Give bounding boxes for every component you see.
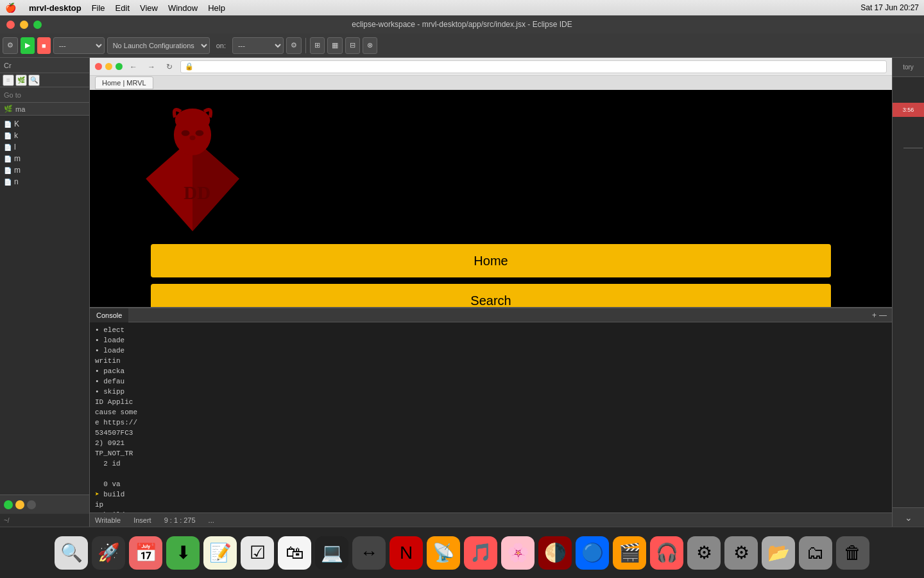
dock-icon-notes[interactable]: 📝 <box>203 536 237 570</box>
toolbar-btn2[interactable]: ▦ <box>327 37 343 54</box>
browser-nav-bar: ← → ↻ 🔒 <box>90 58 892 76</box>
sidebar-search-btn[interactable]: 🔍 <box>28 74 40 86</box>
svg-point-5 <box>182 130 190 136</box>
sidebar-git-btn[interactable]: 🌿 <box>15 74 27 86</box>
console-line <box>95 469 887 479</box>
help-menu-label[interactable]: Help <box>208 3 225 13</box>
history-expand-btn[interactable]: ⌄ <box>905 512 912 523</box>
dock-icon-torrent[interactable]: ⬇ <box>166 536 200 570</box>
close-window-button[interactable] <box>6 21 15 29</box>
edit-menu-label[interactable]: Edit <box>116 3 130 13</box>
toolbar-stop-button[interactable]: ■ <box>37 37 51 54</box>
eclipse-console-panel: Console + — elect loade loade writin pac… <box>90 307 892 512</box>
console-line: build <box>95 489 887 500</box>
list-item[interactable]: 📄 k <box>0 130 89 141</box>
dock-icon-pixelmator[interactable]: 🌸 <box>501 536 535 570</box>
file-icon-m2: 📄 <box>4 167 12 174</box>
dock-icon-bluetooth[interactable]: 🔵 <box>576 536 609 570</box>
sidebar-dot-yellow[interactable] <box>15 500 24 509</box>
dock-icon-vlc[interactable]: 🎬 <box>613 536 646 570</box>
toolbar-layout-button[interactable]: ⊞ <box>310 37 325 54</box>
list-item[interactable]: 📄 K <box>0 118 89 130</box>
file-icon-k: 📄 <box>4 121 12 128</box>
sidebar-dot-gray[interactable] <box>27 500 36 509</box>
divider-line <box>903 148 923 148</box>
console-line: ID Applic <box>95 397 887 407</box>
dock-icon-terminal[interactable]: 💻 <box>315 536 348 570</box>
console-line: loade <box>95 346 887 356</box>
dock-icon-trash[interactable]: 🗑 <box>836 536 869 570</box>
view-menu-label[interactable]: View <box>140 3 158 13</box>
git-branch-icon: 🌿 <box>4 105 13 113</box>
console-line: cause some <box>95 407 887 417</box>
toolbar-settings-button[interactable]: ⚙ <box>3 37 18 54</box>
sidebar-bottom <box>0 495 89 514</box>
status-position: 9 : 1 : 275 <box>164 516 196 524</box>
toolbar-btn4[interactable]: ⊗ <box>363 37 377 54</box>
list-item[interactable]: 📄 n <box>0 176 89 188</box>
launch-config-select[interactable]: No Launch Configurations <box>107 37 210 54</box>
browser-max-btn[interactable] <box>116 63 123 70</box>
dock-icon-launchpad[interactable]: 🚀 <box>92 536 125 570</box>
dock-icon-eclipse[interactable]: 🌗 <box>538 536 572 570</box>
macos-menubar: 🍎 mrvl-desktop eclipse-workspace - mrvl-… <box>0 0 924 15</box>
file-label-4: m <box>14 154 21 163</box>
dock-icon-calendar[interactable]: 📅 <box>129 536 162 570</box>
dock-icon-lastfm[interactable]: 🎵 <box>464 536 497 570</box>
console-tab[interactable]: Console <box>90 308 128 322</box>
browser-min-btn[interactable] <box>105 63 112 70</box>
dock-icon-finder[interactable]: 🔍 <box>55 536 88 570</box>
browser-forward-btn[interactable]: → <box>144 60 158 74</box>
browser-close-btn[interactable] <box>95 63 102 70</box>
console-line: ip <box>95 500 887 510</box>
dock-icon-rss[interactable]: 📡 <box>427 536 460 570</box>
sidebar-collapse-btn[interactable]: ≡ <box>3 74 14 86</box>
toolbar-btn3[interactable]: ⊟ <box>345 37 360 54</box>
dock-icon-reminders[interactable]: ☑ <box>241 536 274 570</box>
svg-point-6 <box>196 130 204 136</box>
dock-icon-music[interactable]: 🎧 <box>650 536 683 570</box>
maximize-window-button[interactable] <box>33 21 42 29</box>
toolbar-prefs-button[interactable]: ⚙ <box>286 37 302 54</box>
home-nav-label: Home <box>474 254 508 268</box>
toolbar-run-button[interactable]: ▶ <box>21 37 35 54</box>
run-config-select[interactable]: --- <box>53 37 105 54</box>
file-menu-label[interactable]: File <box>92 3 105 13</box>
sidebar-search[interactable]: Go to <box>0 87 89 103</box>
browser-lock-icon: 🔒 <box>185 62 194 71</box>
on-label: on: <box>212 37 230 54</box>
console-clear-btn[interactable]: + <box>872 311 877 320</box>
dock-icon-settings1[interactable]: ⚙ <box>687 536 721 570</box>
list-item[interactable]: 📄 m <box>0 164 89 176</box>
window-menu-label[interactable]: Window <box>168 3 198 13</box>
apple-menu[interactable]: 🍎 <box>5 3 16 13</box>
file-icon-m1: 📄 <box>4 155 12 162</box>
minimize-window-button[interactable] <box>20 21 28 29</box>
dock-icon-files[interactable]: 📂 <box>762 536 795 570</box>
browser-back-btn[interactable]: ← <box>126 60 141 74</box>
search-nav-button[interactable]: Search <box>151 284 831 307</box>
dock-icon-settings2[interactable]: ⚙ <box>724 536 758 570</box>
browser-tab[interactable]: Home | MRVL <box>95 76 153 89</box>
target-select[interactable]: --- <box>232 37 284 54</box>
eclipse-titlebar: eclipse-workspace - mrvl-desktop/app/src… <box>0 15 924 33</box>
console-line: 0 va <box>95 479 887 489</box>
console-line: 2 id <box>95 459 887 469</box>
list-item[interactable]: 📄 m <box>0 153 89 164</box>
dock-icon-transit[interactable]: ↔ <box>352 536 386 570</box>
clock: Sat 17 Jun 20:27 <box>860 3 919 12</box>
dock-icon-appstore[interactable]: 🛍 <box>278 536 311 570</box>
home-nav-button[interactable]: Home <box>151 244 831 277</box>
sidebar-file-list: 📄 K 📄 k 📄 l 📄 m 📄 m <box>0 116 89 495</box>
sidebar-dot-green[interactable] <box>4 500 13 509</box>
browser-refresh-btn[interactable]: ↻ <box>162 60 176 74</box>
console-close-btn[interactable]: — <box>879 311 887 320</box>
dock-icon-news[interactable]: N <box>389 536 423 570</box>
dock-icon-filemanager[interactable]: 🗂 <box>799 536 832 570</box>
list-item[interactable]: 📄 l <box>0 141 89 153</box>
console-line: TP_NOT_TR <box>95 448 887 459</box>
file-label-3: l <box>14 143 16 152</box>
browser-url-bar[interactable]: 🔒 <box>180 60 887 73</box>
console-output: elect loade loade writin packa defau ski… <box>90 322 892 512</box>
app-name[interactable]: mrvl-desktop <box>29 3 81 13</box>
